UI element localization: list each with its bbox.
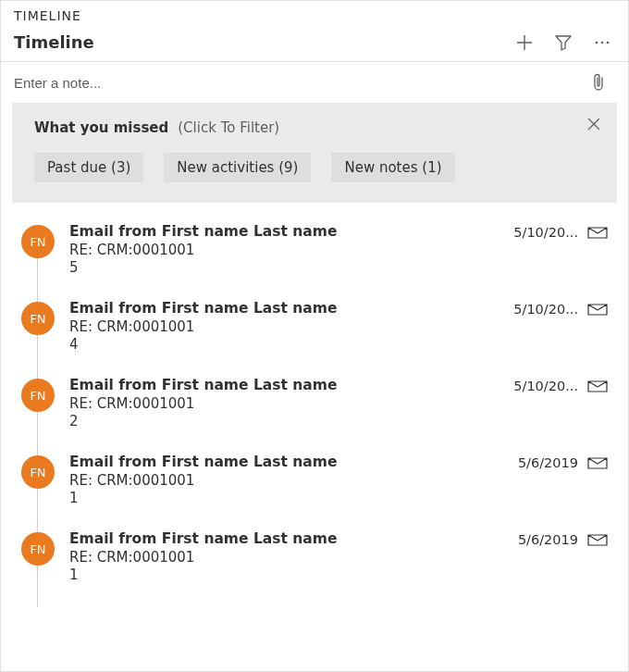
timeline-item[interactable]: FN Email from First name Last name RE: C… (1, 530, 628, 607)
open-email-icon (587, 302, 608, 317)
item-title: Email from First name Last name (69, 454, 518, 470)
item-date: 5/10/20... (513, 225, 578, 240)
close-icon (587, 118, 600, 131)
item-body: Email from First name Last name RE: CRM:… (55, 377, 513, 429)
item-right: 5/6/2019 (518, 530, 608, 547)
item-title: Email from First name Last name (69, 377, 513, 393)
header-actions (515, 33, 611, 52)
item-right: 5/10/20... (513, 300, 608, 317)
note-row (1, 62, 628, 103)
item-body: Email from First name Last name RE: CRM:… (55, 223, 513, 276)
attach-button[interactable] (589, 73, 608, 92)
item-title: Email from First name Last name (69, 300, 513, 317)
item-subject: RE: CRM:0001001 (69, 242, 513, 258)
filter-button[interactable] (554, 33, 573, 52)
page-title: Timeline (14, 32, 94, 52)
svg-point-2 (607, 41, 610, 44)
avatar: FN (21, 532, 55, 566)
more-button[interactable] (593, 33, 611, 52)
item-count: 1 (69, 490, 518, 506)
item-title: Email from First name Last name (69, 223, 513, 240)
item-right: 5/6/2019 (518, 454, 608, 470)
svg-point-1 (601, 41, 604, 44)
open-email-icon (587, 532, 608, 547)
item-subject: RE: CRM:0001001 (69, 549, 518, 566)
open-email-icon (587, 225, 608, 240)
chip-new-activities[interactable]: New activities (9) (164, 153, 311, 182)
plus-icon (516, 34, 533, 51)
open-email-icon (587, 379, 608, 393)
chip-past-due[interactable]: Past due (3) (34, 153, 143, 182)
avatar: FN (21, 379, 55, 412)
item-date: 5/6/2019 (518, 455, 578, 470)
timeline-item[interactable]: FN Email from First name Last name RE: C… (1, 454, 628, 530)
item-count: 5 (69, 259, 513, 276)
avatar: FN (21, 225, 55, 258)
item-subject: RE: CRM:0001001 (69, 395, 513, 412)
what-you-missed-box: What you missed (Click To Filter) Past d… (12, 103, 617, 203)
timeline-panel: TIMELINE Timeline What you missed (Click… (0, 0, 629, 672)
section-label: TIMELINE (1, 1, 628, 23)
item-count: 1 (69, 566, 518, 583)
item-body: Email from First name Last name RE: CRM:… (55, 300, 513, 353)
item-date: 5/10/20... (513, 302, 578, 317)
more-horizontal-icon (594, 34, 610, 51)
item-title: Email from First name Last name (69, 530, 518, 547)
filter-title: What you missed (34, 119, 168, 136)
avatar: FN (21, 455, 55, 489)
item-right: 5/10/20... (513, 377, 608, 393)
item-date: 5/10/20... (513, 379, 578, 393)
item-right: 5/10/20... (513, 223, 608, 240)
funnel-icon (555, 34, 572, 51)
filter-heading: What you missed (Click To Filter) (34, 119, 598, 136)
close-filter-button[interactable] (587, 118, 600, 131)
paperclip-icon (592, 73, 605, 92)
item-count: 2 (69, 413, 513, 429)
avatar: FN (21, 302, 55, 335)
item-body: Email from First name Last name RE: CRM:… (55, 530, 518, 583)
item-count: 4 (69, 336, 513, 353)
item-body: Email from First name Last name RE: CRM:… (55, 454, 518, 506)
item-subject: RE: CRM:0001001 (69, 318, 513, 335)
timeline-items: FN Email from First name Last name RE: C… (1, 203, 628, 607)
open-email-icon (587, 455, 608, 470)
filter-chips: Past due (3) New activities (9) New note… (34, 153, 598, 182)
item-date: 5/6/2019 (518, 532, 578, 547)
timeline-item[interactable]: FN Email from First name Last name RE: C… (1, 377, 628, 454)
timeline-item[interactable]: FN Email from First name Last name RE: C… (1, 223, 628, 300)
chip-new-notes[interactable]: New notes (1) (331, 153, 454, 182)
item-subject: RE: CRM:0001001 (69, 472, 518, 489)
note-input[interactable] (14, 75, 549, 91)
header-row: Timeline (1, 23, 628, 62)
filter-subtitle: (Click To Filter) (178, 119, 279, 136)
add-button[interactable] (515, 33, 534, 52)
svg-point-0 (596, 41, 598, 44)
timeline-item[interactable]: FN Email from First name Last name RE: C… (1, 300, 628, 377)
